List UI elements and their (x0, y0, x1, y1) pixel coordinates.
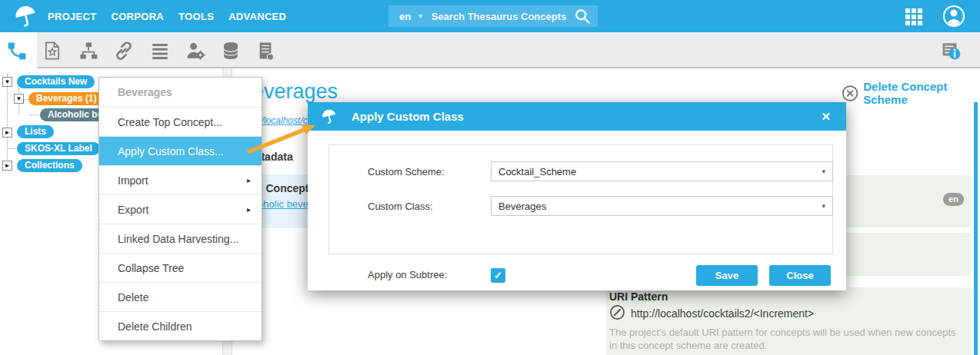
apps-grid-icon[interactable] (905, 8, 922, 25)
uri-pattern-value: http://localhost/cocktails2/<Increment> (631, 307, 814, 320)
project-toolbar (0, 32, 980, 68)
document-star-icon[interactable] (42, 41, 62, 61)
custom-scheme-value: Cocktail_Scheme (498, 166, 576, 178)
chevron-down-icon[interactable]: ▾ (418, 12, 422, 20)
uri-pattern-description: The project's default URI pattern for co… (609, 326, 962, 352)
delete-concept-scheme-button[interactable]: Delete Concept Scheme (842, 80, 980, 106)
nav-advanced[interactable]: ADVANCED (228, 11, 286, 22)
menu-item-collapse-tree[interactable]: Collapse Tree (99, 253, 262, 282)
custom-class-value: Beverages (498, 201, 546, 212)
apply-custom-class-dialog: Apply Custom Class ✕ Custom Scheme: Cock… (308, 102, 846, 290)
tree-item-collections[interactable]: Collections (17, 159, 82, 172)
apply-on-subtree-label: Apply on Subtree: (368, 269, 447, 280)
custom-scheme-select[interactable]: Cocktail_Scheme ▾ (491, 161, 833, 181)
menu-item-linked-data-harvesting[interactable]: Linked Data Harvesting... (99, 224, 262, 253)
expand-toggle-closed[interactable]: ► (2, 128, 12, 138)
menu-item-create-top-concept[interactable]: Create Top Concept... (99, 107, 262, 136)
tree-item-skos-xl-label[interactable]: SKOS-XL Label (17, 142, 100, 155)
scheme-info-icon[interactable] (942, 41, 962, 61)
right-panel-strip[interactable] (974, 102, 978, 355)
custom-class-select[interactable]: Beverages ▾ (491, 196, 833, 216)
umbrella-logo-icon (320, 108, 338, 125)
thesaurus-search: en ▾ Search Thesaurus Concepts (388, 5, 598, 27)
repository-icon[interactable] (255, 41, 275, 61)
expand-toggle-closed[interactable]: ► (2, 161, 12, 171)
umbrella-logo-icon[interactable] (12, 3, 38, 29)
menu-item-apply-custom-class[interactable]: Apply Custom Class... (99, 136, 262, 165)
account-icon[interactable] (942, 5, 965, 28)
custom-class-label: Custom Class: (368, 201, 433, 212)
search-icon[interactable] (573, 7, 592, 25)
expand-toggle-open[interactable]: ▼ (14, 94, 24, 104)
app-window: PROJECT CORPORA TOOLS ADVANCED en ▾ Sear… (0, 0, 980, 355)
menu-item-delete[interactable]: Delete (99, 282, 262, 311)
tree-connector (7, 74, 8, 166)
menu-item-label: Export (118, 204, 148, 216)
menu-item-label: Import (118, 174, 148, 187)
custom-scheme-label: Custom Scheme: (368, 166, 445, 178)
submenu-arrow-icon: ▸ (247, 176, 251, 184)
menu-item-label: Delete (118, 291, 148, 304)
save-button[interactable]: Save (696, 265, 758, 286)
uri-pattern-heading: URI Pattern (609, 290, 668, 303)
menu-item-import[interactable]: Import▸ (99, 165, 262, 194)
tree-item-lists[interactable]: Lists (17, 125, 54, 138)
menu-item-export[interactable]: Export▸ (99, 194, 262, 224)
menu-item-label: Create Top Concept... (118, 116, 222, 128)
chevron-down-icon: ▾ (822, 202, 825, 210)
close-button[interactable]: Close (769, 265, 831, 286)
top-bar: PROJECT CORPORA TOOLS ADVANCED en ▾ Sear… (0, 0, 980, 32)
user-settings-icon[interactable] (185, 41, 205, 61)
edit-icon[interactable] (609, 304, 625, 320)
language-badge: en (943, 193, 964, 206)
apply-on-subtree-checkbox[interactable]: ✓ (491, 268, 505, 283)
context-menu: Beverages Create Top Concept... Apply Cu… (98, 77, 262, 341)
dialog-header: Apply Custom Class ✕ (308, 102, 846, 131)
submenu-arrow-icon: ▸ (247, 205, 251, 214)
search-input[interactable]: Search Thesaurus Concepts (432, 11, 573, 22)
dialog-form-panel: Custom Scheme: Cocktail_Scheme ▾ Custom … (328, 144, 833, 254)
context-menu-header: Beverages (99, 78, 262, 107)
dialog-title: Apply Custom Class (352, 110, 818, 123)
tree-item-cocktails-new[interactable]: Cocktails New (17, 75, 95, 88)
circle-x-icon (842, 84, 858, 103)
delete-concept-scheme-label: Delete Concept Scheme (863, 80, 980, 106)
nav-project[interactable]: PROJECT (48, 11, 97, 22)
concept-tree-icon[interactable] (7, 41, 27, 61)
search-language-select[interactable]: en (399, 11, 411, 22)
list-icon[interactable] (150, 41, 170, 61)
database-icon[interactable] (221, 41, 241, 61)
tree-connector (30, 114, 39, 115)
hierarchy-icon[interactable] (78, 41, 98, 61)
main-nav: PROJECT CORPORA TOOLS ADVANCED (48, 0, 286, 32)
tree-item-beverages[interactable]: Beverages (1) (28, 92, 105, 105)
expand-toggle-open[interactable]: ▼ (2, 77, 12, 87)
nav-corpora[interactable]: CORPORA (112, 11, 165, 22)
menu-item-label: Delete Children (118, 320, 192, 333)
menu-item-delete-children[interactable]: Delete Children (99, 311, 262, 340)
tree-connector (7, 148, 15, 149)
menu-item-label: Collapse Tree (118, 262, 184, 274)
menu-item-label: Linked Data Harvesting... (118, 233, 238, 245)
nav-tools[interactable]: TOOLS (178, 11, 214, 22)
close-icon[interactable]: ✕ (818, 110, 834, 124)
chevron-down-icon: ▾ (822, 168, 825, 175)
menu-item-label: Apply Custom Class... (118, 145, 224, 158)
link-icon[interactable] (114, 41, 134, 61)
